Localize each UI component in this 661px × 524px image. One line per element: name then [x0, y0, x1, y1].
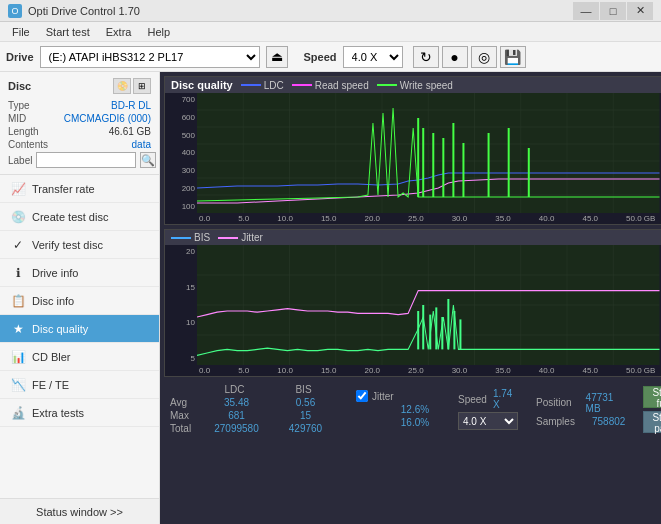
- speed-stat-value: 1.74 X: [493, 388, 518, 410]
- maximize-button[interactable]: □: [600, 2, 626, 20]
- nav-section: 📈 Transfer rate 💿 Create test disc ✓ Ver…: [0, 175, 159, 498]
- max-label: Max: [170, 410, 200, 421]
- label-key: Label: [8, 155, 32, 166]
- jitter-header: Jitter: [356, 390, 440, 402]
- read-label: Read speed: [315, 80, 369, 91]
- disc2-button[interactable]: ◎: [471, 46, 497, 68]
- nav-disc-quality-label: Disc quality: [32, 323, 88, 335]
- legend-bis: BIS: [171, 232, 210, 243]
- legend-jitter: Jitter: [218, 232, 263, 243]
- position-section: Position 47731 MB Samples 758802: [536, 392, 625, 427]
- minimize-button[interactable]: —: [573, 2, 599, 20]
- avg-label: Avg: [170, 397, 200, 408]
- bottom-chart-svg: [197, 245, 660, 365]
- ldc-line: [241, 84, 261, 86]
- bis-label: BIS: [194, 232, 210, 243]
- length-label: Length: [8, 126, 39, 137]
- disc-button[interactable]: ●: [442, 46, 468, 68]
- start-part-button[interactable]: Start part: [643, 411, 661, 433]
- nav-transfer-rate[interactable]: 📈 Transfer rate: [0, 175, 159, 203]
- drivebar: Drive (E:) ATAPI iHBS312 2 PL17 ⏏ Speed …: [0, 42, 661, 72]
- nav-transfer-rate-label: Transfer rate: [32, 183, 95, 195]
- nav-extra-tests[interactable]: 🔬 Extra tests: [0, 399, 159, 427]
- main-area: Disc 📀 ⊞ Type BD-R DL MID CMCMAGDI6 (000…: [0, 72, 661, 524]
- total-bis: 429760: [273, 423, 338, 434]
- speed-label: Speed: [304, 51, 337, 63]
- nav-disc-quality[interactable]: ★ Disc quality: [0, 315, 159, 343]
- disc-type-row: Type BD-R DL: [8, 100, 151, 111]
- write-label: Write speed: [400, 80, 453, 91]
- speed-select[interactable]: 4.0 X: [343, 46, 403, 68]
- disc-label-row: Label 🔍: [8, 152, 151, 168]
- bottom-chart-title-bar: BIS Jitter: [165, 230, 661, 245]
- status-window-button[interactable]: Status window >>: [0, 498, 159, 524]
- disc-icon-1[interactable]: 📀: [113, 78, 131, 94]
- content-area: Disc quality LDC Read speed Write speed: [160, 72, 661, 524]
- samples-value: 758802: [592, 416, 625, 427]
- sidebar: Disc 📀 ⊞ Type BD-R DL MID CMCMAGDI6 (000…: [0, 72, 160, 524]
- nav-disc-info-label: Disc info: [32, 295, 74, 307]
- nav-create-test-disc[interactable]: 💿 Create test disc: [0, 203, 159, 231]
- disc-icon-2[interactable]: ⊞: [133, 78, 151, 94]
- menu-help[interactable]: Help: [139, 24, 178, 40]
- fe-te-icon: 📉: [10, 377, 26, 393]
- nav-verify-test-disc[interactable]: ✓ Verify test disc: [0, 231, 159, 259]
- jitter-avg: 12.6%: [390, 404, 440, 415]
- bis-col-header: BIS: [271, 384, 336, 395]
- max-bis: 15: [273, 410, 338, 421]
- max-ldc: 681: [204, 410, 269, 421]
- nav-fe-te[interactable]: 📉 FE / TE: [0, 371, 159, 399]
- legend-write: Write speed: [377, 80, 453, 91]
- label-search-button[interactable]: 🔍: [140, 152, 156, 168]
- mid-value: CMCMAGDI6 (000): [64, 113, 151, 124]
- verify-test-icon: ✓: [10, 237, 26, 253]
- jitter-stats: Jitter 12.6% 16.0%: [356, 390, 440, 428]
- nav-disc-info[interactable]: 📋 Disc info: [0, 287, 159, 315]
- menu-file[interactable]: File: [4, 24, 38, 40]
- menubar: File Start test Extra Help: [0, 22, 661, 42]
- speed-stat-select[interactable]: 4.0 X: [458, 412, 518, 430]
- bottom-chart: BIS Jitter 20 15 10 5: [164, 229, 661, 377]
- top-chart-body: 700 600 500 400 300 200 100: [165, 93, 661, 213]
- total-row: Total 27099580 429760: [170, 423, 338, 434]
- bottom-chart-legend: BIS Jitter: [171, 232, 263, 243]
- disc-icons: 📀 ⊞: [113, 78, 151, 94]
- titlebar-left: O Opti Drive Control 1.70: [8, 4, 140, 18]
- top-y-axis-left: 700 600 500 400 300 200 100: [165, 93, 197, 213]
- jitter-checkbox[interactable]: [356, 390, 368, 402]
- avg-ldc: 35.48: [204, 397, 269, 408]
- jitter-max-row: 16.0%: [356, 417, 440, 428]
- menu-start-test[interactable]: Start test: [38, 24, 98, 40]
- samples-row: Samples 758802: [536, 416, 625, 427]
- jitter-avg-row: 12.6%: [356, 404, 440, 415]
- chart-title: Disc quality: [171, 79, 233, 91]
- contents-label: Contents: [8, 139, 48, 150]
- action-buttons: Start full Start part: [643, 386, 661, 433]
- app-icon: O: [8, 4, 22, 18]
- menu-extra[interactable]: Extra: [98, 24, 140, 40]
- label-input[interactable]: [36, 152, 136, 168]
- start-full-button[interactable]: Start full: [643, 386, 661, 408]
- disc-section: Disc 📀 ⊞ Type BD-R DL MID CMCMAGDI6 (000…: [0, 72, 159, 175]
- jitter-col-header: Jitter: [372, 391, 394, 402]
- drive-select[interactable]: (E:) ATAPI iHBS312 2 PL17: [40, 46, 260, 68]
- eject-button[interactable]: ⏏: [266, 46, 288, 68]
- transfer-rate-icon: 📈: [10, 181, 26, 197]
- toolbar-buttons: ↻ ● ◎ 💾: [413, 46, 526, 68]
- cd-bler-icon: 📊: [10, 349, 26, 365]
- length-value: 46.61 GB: [109, 126, 151, 137]
- bis-line: [171, 237, 191, 239]
- contents-value: data: [132, 139, 151, 150]
- nav-cd-bler[interactable]: 📊 CD Bler: [0, 343, 159, 371]
- top-chart-svg: [197, 93, 660, 213]
- disc-mid-row: MID CMCMAGDI6 (000): [8, 113, 151, 124]
- avg-bis: 0.56: [273, 397, 338, 408]
- refresh-button[interactable]: ↻: [413, 46, 439, 68]
- position-label: Position: [536, 397, 580, 408]
- close-button[interactable]: ✕: [627, 2, 653, 20]
- nav-drive-info[interactable]: ℹ Drive info: [0, 259, 159, 287]
- type-label: Type: [8, 100, 30, 111]
- speed-section: Speed 1.74 X 4.0 X: [458, 388, 518, 430]
- titlebar: O Opti Drive Control 1.70 — □ ✕: [0, 0, 661, 22]
- save-button[interactable]: 💾: [500, 46, 526, 68]
